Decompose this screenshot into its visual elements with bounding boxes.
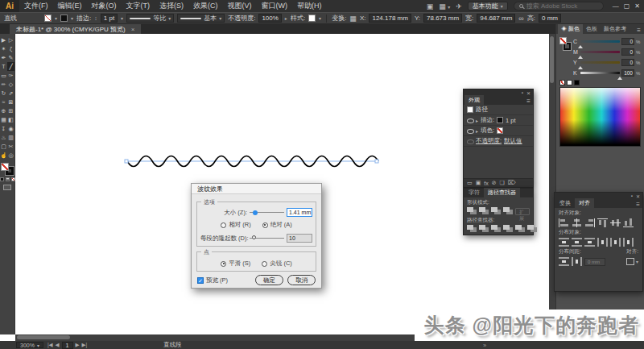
prev-artboard-icon[interactable]: ◀ [56,342,60,348]
align-middle-icon[interactable] [610,218,621,227]
menu-select[interactable]: 选择(S) [155,0,188,12]
add-stroke-icon[interactable]: ▭ [467,180,473,186]
tab-transform[interactable]: 变换 [555,198,575,208]
align-center-h-icon[interactable] [572,218,582,227]
width-profile-select[interactable]: 等比▾ [126,14,174,23]
tab-pathfinder[interactable]: 路径查找器 [484,188,520,197]
ridges-slider-thumb[interactable] [252,235,256,239]
color-spectrum[interactable] [559,87,641,147]
x-value[interactable]: 124.178 mm [369,14,411,23]
distribute-center-icon[interactable] [610,238,621,247]
cancel-button[interactable]: 取消 [287,275,316,285]
none-swatch[interactable] [559,80,565,85]
fill-stroke-widget[interactable] [1,163,14,175]
visibility-eye-icon[interactable] [467,128,473,134]
distribute-bottom-icon[interactable] [584,238,595,247]
slice-tool[interactable]: ✂ [7,142,14,151]
distribute-middle-icon[interactable] [572,238,582,247]
minus-front-icon[interactable] [479,207,489,215]
trim-icon[interactable] [479,225,489,233]
ridges-value-input[interactable]: 10 [287,234,312,243]
panel-close-icon[interactable]: ✕ [636,193,640,199]
arrange-documents-icon[interactable]: ▦ ▾ [439,2,450,10]
share-icon[interactable]: ✈ [456,2,462,10]
menu-effect[interactable]: 效果(C) [188,0,223,12]
line-segment-tool[interactable]: ╱ [7,62,14,71]
search-input[interactable] [526,2,599,10]
distribute-right-icon[interactable] [623,238,634,247]
preview-label[interactable]: 预览 (P) [206,276,228,285]
tab-appearance[interactable]: 外观 [464,95,484,105]
perspective-grid-tool[interactable]: ⊞ [7,106,14,115]
magenta-slider-thumb[interactable] [578,53,583,59]
corner-radio[interactable] [262,261,267,267]
tab-swatches[interactable]: 色板 [583,24,601,34]
ridges-slider[interactable] [250,238,284,239]
menu-object[interactable]: 对象(O) [87,0,122,12]
gradient-mode-icon[interactable] [6,177,10,181]
document-tab[interactable]: 未标题-1* @ 300% (CMYK/GPU 预览) × [10,24,141,34]
reference-point-icon[interactable]: ▦ [349,15,357,23]
magenta-slider[interactable] [580,51,620,53]
cyan-slider-thumb[interactable] [578,43,583,48]
next-artboard-icon[interactable]: ▶ [76,342,80,348]
minus-back-icon[interactable] [527,225,537,233]
appearance-menu-icon[interactable]: ≡ [524,98,533,105]
magic-wand-tool[interactable]: ✶ [0,44,7,53]
visibility-eye-icon[interactable] [467,118,473,123]
appearance-row-fill[interactable]: ▸ 填色: [464,126,533,136]
fill-swatch[interactable] [1,163,9,171]
shape-builder-tool[interactable]: ⊕ [0,106,7,115]
size-value-input[interactable]: 1.41 mm [287,208,312,217]
appearance-row-path[interactable]: 路径 [464,105,533,115]
size-slider-thumb[interactable] [253,210,258,215]
smooth-label[interactable]: 平滑 (S) [229,260,250,268]
black-value[interactable]: 100 [621,69,634,77]
align-bottom-icon[interactable] [623,218,634,227]
ok-button[interactable]: 确定 [255,275,283,285]
fill-color-chip[interactable] [497,127,503,134]
crop-icon[interactable] [503,225,513,233]
curvature-tool[interactable]: ✎ [7,53,14,62]
appearance-row-opacity[interactable]: 不透明度: 默认值 [464,136,533,147]
column-graph-tool[interactable]: ▥ [7,133,14,142]
menu-edit[interactable]: 编辑(E) [53,0,87,12]
tab-color-guide[interactable]: 颜色参考 [601,24,630,34]
dialog-title[interactable]: 波纹效果 [192,184,321,194]
merge-icon[interactable] [491,225,501,233]
color-mode-icon[interactable] [0,177,4,181]
menu-window[interactable]: 窗口(W) [257,0,293,12]
spacing-value[interactable]: 0 mm [584,258,605,266]
selection-tool[interactable]: ▶ [0,35,7,44]
align-left-icon[interactable] [559,218,569,227]
duplicate-item-icon[interactable]: ❏ [500,180,505,186]
path-anchor-end[interactable] [375,160,378,163]
mesh-tool[interactable]: ▦ [0,115,7,124]
brush-select[interactable]: 基本▾ [177,14,225,23]
black-slider-thumb[interactable] [617,74,622,80]
blend-tool[interactable]: ◉ [7,124,14,133]
zoom-level-select[interactable]: 300%▾ [16,342,43,348]
paintbrush-tool[interactable]: ✑ [7,71,14,80]
pencil-tool[interactable]: ✏ [0,80,7,89]
status-more-icon[interactable]: » [483,342,486,349]
menu-type[interactable]: 文字(T) [122,0,155,12]
divide-icon[interactable] [467,225,477,233]
black-slider[interactable] [580,72,620,74]
tab-align[interactable]: 对齐 [575,198,594,208]
panel-minimize-icon[interactable]: ▪ [631,193,633,198]
pen-tool[interactable]: ✒ [0,53,7,62]
add-effect-icon[interactable]: fx [484,181,488,186]
align-menu-icon[interactable]: ≡ [634,201,642,208]
align-to-dropdown-icon[interactable]: ▾ [636,259,638,264]
outline-icon[interactable] [515,225,525,233]
black-swatch[interactable] [574,80,580,85]
width-value[interactable]: 94.687 mm [477,14,515,23]
distribute-left-icon[interactable] [597,238,608,247]
stroke-color-chip[interactable] [497,117,503,123]
height-value[interactable]: 0 mm [539,14,561,23]
yellow-slider[interactable] [580,61,620,64]
yellow-value[interactable]: 0 [621,59,634,66]
free-transform-tool[interactable]: ⊠ [7,98,14,106]
panel-fill-stroke-widget[interactable] [559,37,571,50]
